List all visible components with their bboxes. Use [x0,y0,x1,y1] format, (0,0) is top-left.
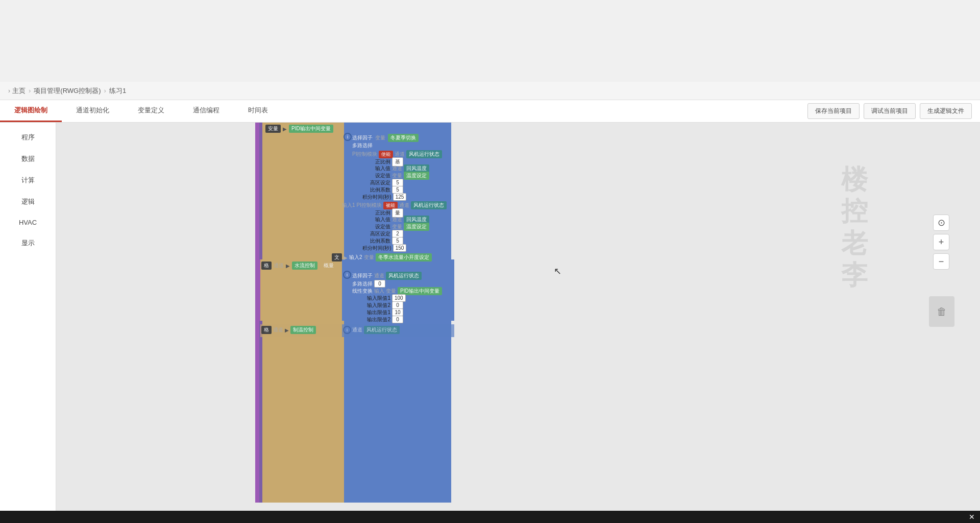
row-integral2: 积分时间(秒) 150 [362,244,406,252]
zoom-target-button[interactable]: ⊙ [933,215,949,231]
tab-timetable[interactable]: 时间表 [234,100,282,122]
breadcrumb-home[interactable]: 主页 [12,86,26,96]
tab-comm[interactable]: 通信编程 [179,100,234,122]
block3-header-partial: 格 通道 ▶ 制温控制 [261,326,316,334]
diagram-canvas: 安量 ▶ 安量 ▶ PID输出中间变量 PID输出中间变量 i 选择因子 变量 … [56,123,980,513]
row-multiselect: 多路选择 [352,142,373,149]
row-ratio2: 比例系数 5 [362,237,403,245]
sidebar-item-calc[interactable]: 计算 [0,170,56,191]
sidebar-item-hvac[interactable]: HVAC [0,212,56,232]
breadcrumb-arrow: › [8,87,10,94]
top-blank-area [0,0,980,82]
sidebar: 程序 数据 计算 逻辑 HVAC 显示 [0,123,56,523]
sidebar-item-data[interactable]: 数据 [0,148,56,170]
row2-input-limit1: 输入限值1 100 [362,294,406,302]
zoom-controls: ⊙ + − [933,215,949,270]
breadcrumb: › 主页 › 项目管理(RWG控制器) › 练习1 [0,82,980,100]
row-selector-factor: 选择因子 变量 冬夏季切换 [352,134,419,142]
generate-button[interactable]: 生成逻辑文件 [920,103,972,119]
zoom-in-button[interactable]: + [933,234,949,250]
row2-multiselect: 多路选择 0 [352,280,385,288]
tab-logic[interactable]: 逻辑图绘制 [0,100,62,122]
cursor: ↖ [554,266,561,277]
block1-header: 安量 ▶ 安量 ▶ PID输出中间变量 PID输出中间变量 [265,125,333,133]
row-upper-limit: 高区设定 5 [362,179,403,186]
block1-connector-circle[interactable]: i [344,133,352,141]
canvas-area[interactable]: 安量 ▶ 安量 ▶ PID输出中间变量 PID输出中间变量 i 选择因子 变量 … [56,123,980,523]
row2-output-limit2: 输出限值2 0 [362,316,403,323]
block3-connector-partial[interactable]: i [343,326,351,334]
tab-bar: 逻辑图绘制 通道初始化 变量定义 通信编程 时间表 保存当前项目 调试当前项目 … [0,100,980,123]
row2-selector: 选择因子 通道 风机运行状态 [352,272,422,280]
row2-output-limit1: 输出限值1 10 [362,308,403,316]
sidebar-item-display[interactable]: 显示 [0,232,56,254]
block2-connector-circle[interactable]: i [343,271,351,279]
bottom-bar: ✕ [0,511,980,523]
row3-partial: 通道 风机运行状态 [352,326,400,334]
watermark: 楼 控 老 李 [841,163,868,291]
row-ratio: 比例系数 5 [362,186,403,194]
breadcrumb-project[interactable]: 项目管理(RWG控制器) [34,86,101,96]
close-button[interactable]: ✕ [969,513,975,521]
trash-icon: 🗑 [937,306,947,318]
tab-channel[interactable]: 通道初始化 [62,100,124,122]
toolbar-buttons: 保存当前项目 调试当前项目 生成逻辑文件 [807,100,980,122]
sidebar-item-program[interactable]: 程序 [0,127,56,148]
trash-area[interactable]: 🗑 [929,296,954,327]
save-button[interactable]: 保存当前项目 [807,103,860,119]
row-input2: 文 ▶ 输入2 变量 冬季水流量小开度设定 [332,253,432,262]
main-layout: 程序 数据 计算 逻辑 HVAC 显示 [0,123,980,523]
row-upper-limit2: 高区设定 2 [362,230,403,237]
sidebar-item-logic[interactable]: 逻辑 [0,191,56,212]
tab-variable[interactable]: 变量定义 [124,100,179,122]
block2-header: 格 通道 ▶ 水流控制 概量 [261,262,334,270]
zoom-out-button[interactable]: − [933,253,949,270]
debug-button[interactable]: 调试当前项目 [864,103,916,119]
row-integral: 积分时间(秒) 125 [362,193,406,201]
purple-bar-block2 [255,259,260,321]
row2-input-limit2: 输入限值2 0 [362,301,403,309]
breadcrumb-current[interactable]: 练习1 [109,86,126,96]
